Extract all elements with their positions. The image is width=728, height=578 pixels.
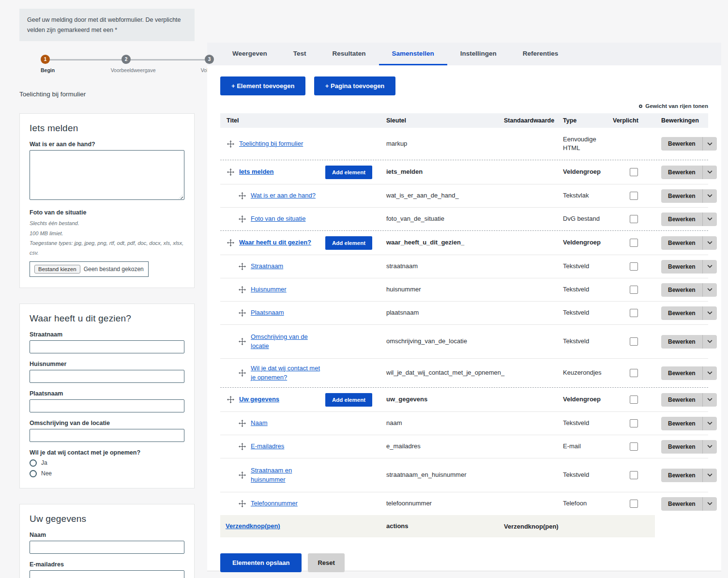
drag-handle-icon[interactable] — [239, 263, 246, 270]
pagina-toevoegen-button[interactable]: + Pagina toevoegen — [314, 76, 395, 95]
element-title-link[interactable]: Straatnaam — [251, 262, 283, 271]
chevron-down-icon[interactable] — [702, 189, 717, 203]
bewerken-button[interactable]: Bewerken — [661, 366, 717, 380]
drag-handle-icon[interactable] — [227, 396, 234, 403]
bewerken-button[interactable]: Bewerken — [661, 469, 717, 482]
bewerken-button[interactable]: Bewerken — [661, 335, 717, 349]
emailadres-input[interactable] — [30, 570, 184, 578]
required-checkbox[interactable] — [630, 215, 638, 223]
chevron-down-icon[interactable] — [702, 236, 717, 250]
drag-handle-icon[interactable] — [227, 239, 234, 246]
element-title-link[interactable]: Foto van de situatie — [251, 214, 305, 224]
show-row-weights-link[interactable]: Gewicht van rijen tonen — [220, 103, 708, 109]
required-checkbox[interactable] — [630, 442, 638, 451]
drag-handle-icon[interactable] — [239, 338, 246, 345]
chevron-down-icon[interactable] — [702, 366, 717, 380]
bewerken-button[interactable]: Bewerken — [661, 166, 717, 179]
tab-referenties[interactable]: Referenties — [510, 43, 572, 65]
bewerken-button[interactable]: Bewerken — [661, 306, 717, 320]
tab-resultaten[interactable]: Resultaten — [319, 43, 379, 65]
element-title-link[interactable]: Plaatsnaam — [251, 308, 284, 318]
required-checkbox[interactable] — [630, 500, 638, 508]
element-title-link[interactable]: Uw gegevens — [239, 395, 279, 404]
element-title-link[interactable]: Telefoonnummer — [251, 499, 298, 508]
drag-handle-icon[interactable] — [239, 500, 246, 507]
tab-samenstellen[interactable]: Samenstellen — [379, 43, 447, 65]
element-title-link[interactable]: Iets melden — [239, 167, 274, 177]
drag-handle-icon[interactable] — [239, 309, 246, 317]
chevron-down-icon[interactable] — [702, 306, 717, 320]
radio-ja[interactable] — [30, 459, 37, 467]
required-checkbox[interactable] — [630, 369, 638, 377]
required-checkbox[interactable] — [630, 286, 638, 294]
element-title-link[interactable]: Waar heeft u dit gezien? — [239, 238, 311, 247]
element-title-link[interactable]: E-mailadres — [251, 442, 284, 451]
chevron-down-icon[interactable] — [702, 440, 717, 454]
bewerken-button[interactable]: Bewerken — [661, 189, 717, 203]
drag-handle-icon[interactable] — [239, 443, 246, 450]
required-checkbox[interactable] — [630, 419, 638, 427]
chevron-down-icon[interactable] — [702, 497, 717, 511]
required-checkbox[interactable] — [630, 309, 638, 317]
bewerken-button[interactable]: Bewerken — [661, 213, 717, 226]
chevron-down-icon[interactable] — [702, 137, 717, 151]
required-checkbox[interactable] — [630, 395, 638, 404]
bewerken-button[interactable]: Bewerken — [661, 497, 717, 511]
required-checkbox[interactable] — [630, 337, 638, 346]
chevron-down-icon[interactable] — [702, 213, 717, 226]
bewerken-button[interactable]: Bewerken — [661, 440, 717, 454]
naam-input[interactable] — [30, 541, 184, 554]
chevron-down-icon[interactable] — [702, 260, 717, 274]
tab-instellingen[interactable]: Instellingen — [447, 43, 510, 65]
element-toevoegen-button[interactable]: + Element toevoegen — [220, 76, 305, 95]
actions-row: Verzendknop(pen) actions Verzendknop(pen… — [220, 515, 708, 537]
drag-handle-icon[interactable] — [227, 140, 234, 148]
plaatsnaam-input[interactable] — [30, 399, 184, 412]
huisnummer-input[interactable] — [30, 370, 184, 383]
element-title-link[interactable]: Wil je dat wij contact met je opnemen? — [251, 364, 326, 382]
drag-handle-icon[interactable] — [239, 472, 246, 479]
element-title-link[interactable]: Omschrijving van de locatie — [251, 333, 326, 351]
element-title-link[interactable]: Wat is er aan de hand? — [251, 191, 316, 200]
drag-handle-icon[interactable] — [239, 215, 246, 223]
drag-handle-icon[interactable] — [239, 369, 246, 377]
verzendknoppen-link[interactable]: Verzendknop(pen) — [226, 522, 280, 531]
add-element-button[interactable]: Add element — [325, 236, 372, 250]
elementen-opslaan-button[interactable]: Elementen opslaan — [220, 553, 302, 572]
omschrijving-locatie-input[interactable] — [30, 429, 184, 442]
required-checkbox[interactable] — [630, 192, 638, 200]
chevron-down-icon[interactable] — [702, 166, 717, 179]
element-title-link[interactable]: Toelichting bij formulier — [239, 139, 303, 149]
drag-handle-icon[interactable] — [227, 168, 234, 176]
bewerken-button[interactable]: Bewerken — [661, 260, 717, 274]
element-title-link[interactable]: Naam — [251, 419, 268, 428]
wat-is-er-aan-de-hand-textarea[interactable] — [30, 150, 184, 200]
required-checkbox[interactable] — [630, 471, 638, 479]
reset-button[interactable]: Reset — [308, 553, 344, 572]
drag-handle-icon[interactable] — [239, 420, 246, 427]
tab-test[interactable]: Test — [280, 43, 319, 65]
chevron-down-icon[interactable] — [702, 283, 717, 297]
drag-handle-icon[interactable] — [239, 286, 246, 293]
element-title-link[interactable]: Huisnummer — [251, 285, 287, 294]
radio-nee[interactable] — [30, 470, 37, 477]
required-checkbox[interactable] — [630, 262, 638, 271]
element-title-link[interactable]: Straatnaam en huisnummer — [251, 466, 326, 485]
straatnaam-input[interactable] — [30, 340, 184, 353]
bewerken-button[interactable]: Bewerken — [661, 393, 717, 407]
chevron-down-icon[interactable] — [702, 335, 717, 349]
drag-handle-icon[interactable] — [239, 192, 246, 199]
bewerken-button[interactable]: Bewerken — [661, 236, 717, 250]
chevron-down-icon[interactable] — [702, 417, 717, 430]
bewerken-button[interactable]: Bewerken — [661, 137, 717, 151]
bewerken-button[interactable]: Bewerken — [661, 283, 717, 297]
required-checkbox[interactable] — [630, 239, 638, 247]
required-checkbox[interactable] — [630, 168, 638, 176]
chevron-down-icon[interactable] — [702, 393, 717, 407]
add-element-button[interactable]: Add element — [325, 166, 372, 179]
chevron-down-icon[interactable] — [702, 469, 717, 482]
bewerken-button[interactable]: Bewerken — [661, 417, 717, 430]
add-element-button[interactable]: Add element — [325, 393, 372, 407]
tab-weergeven[interactable]: Weergeven — [219, 43, 280, 65]
choose-file-button[interactable]: Bestand kiezen — [34, 265, 80, 274]
